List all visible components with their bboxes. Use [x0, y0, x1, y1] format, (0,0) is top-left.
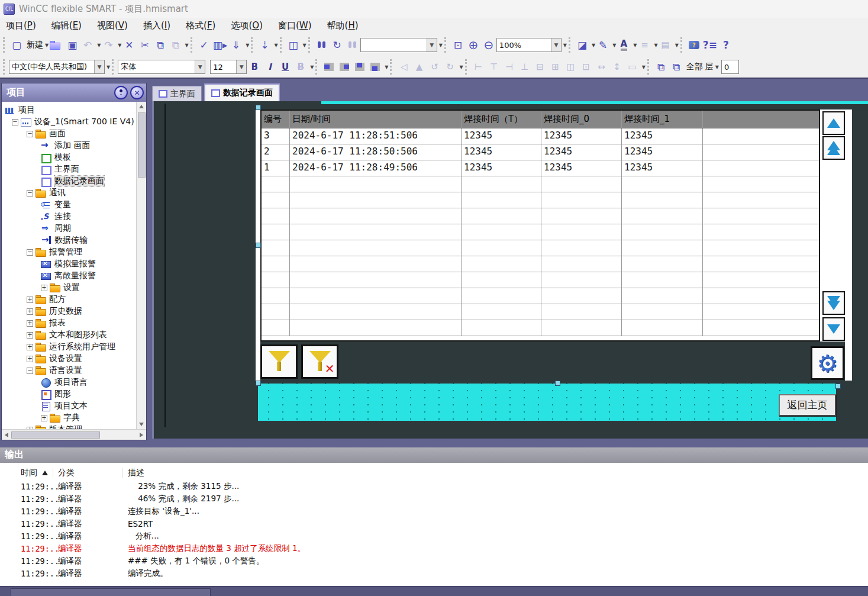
menu-options[interactable]: 选项(O) — [231, 20, 263, 31]
tree-horizontal-scrollbar[interactable] — [2, 429, 146, 440]
search-input[interactable]: ▼ — [360, 38, 437, 52]
menu-format[interactable]: 格式(F) — [186, 20, 215, 31]
zoom-select[interactable]: 100% ▼ — [496, 38, 562, 52]
tree-item-main-screen[interactable]: 主界面 — [2, 163, 136, 175]
tree-item-alarm-settings[interactable]: 设置 — [2, 282, 136, 294]
italic-button[interactable]: I — [262, 59, 277, 75]
align-left-edges-icon[interactable]: ⊢ — [471, 59, 486, 75]
menu-project[interactable]: 项目(P) — [6, 20, 36, 31]
tree-item-screens-folder[interactable]: 画面 — [2, 128, 136, 140]
clear-filter-button[interactable]: ✕ — [301, 344, 338, 379]
screen-editor-canvas[interactable]: 编号 日期/时间 焊接时间（T） 焊接时间_0 焊接时间_1 3 2024-6-… — [152, 101, 868, 439]
transfer-caret[interactable]: ▼ — [246, 43, 249, 48]
redo-icon[interactable]: ↷ — [101, 37, 116, 53]
tree-item-tags[interactable]: 变量 — [2, 199, 136, 211]
selection-handle[interactable] — [555, 381, 560, 386]
scroll-down-button[interactable] — [822, 317, 845, 341]
distribute-h-icon[interactable]: ◫ — [563, 59, 579, 75]
align-center-v-icon[interactable]: ⊤ — [486, 59, 502, 75]
find-in-project-icon[interactable]: ◫ — [286, 37, 301, 53]
tree-item-version-management[interactable]: 版本管理 — [2, 424, 136, 429]
collapse-toggle[interactable] — [12, 119, 18, 125]
language-caret[interactable]: ▼ — [107, 65, 110, 70]
font-color-icon[interactable]: A — [616, 37, 631, 53]
scroll-down-icon[interactable] — [139, 423, 144, 426]
collapse-toggle[interactable] — [27, 249, 33, 256]
tree-item-text-graphic-lists[interactable]: 文本和图形列表 — [2, 329, 136, 341]
flip-horizontal-icon[interactable]: ◁ — [396, 59, 411, 75]
search-dropdown[interactable]: ▼ — [427, 38, 437, 51]
rotate-caret[interactable]: ▼ — [459, 65, 463, 70]
tree-item-communication[interactable]: 通讯 — [2, 187, 136, 199]
expand-toggle[interactable] — [27, 356, 33, 362]
tree-item-recipes[interactable]: 配方 — [2, 294, 136, 305]
tree-item-project-texts[interactable]: 项目文本 — [2, 400, 136, 412]
zoom-dropdown[interactable]: ▼ — [551, 38, 561, 51]
scroll-up-button[interactable] — [822, 111, 845, 135]
transfer-settings-caret[interactable]: ▼ — [274, 43, 277, 48]
help-icon[interactable]: ? — [718, 37, 734, 53]
layers-all-label[interactable]: 全部 — [686, 62, 703, 72]
scroll-right-icon[interactable] — [140, 433, 143, 437]
output-row[interactable]: 11:29:... 编译器 分析... — [0, 530, 868, 542]
output-row[interactable]: 11:29:... 编译器 ### 失败，有 1 个错误，0 个警告。 — [0, 555, 868, 567]
output-row[interactable]: 11:29:... 编译器 46% 完成，剩余 2197 步... — [0, 492, 868, 505]
transfer-icon[interactable]: ⇓ — [228, 37, 244, 53]
tree-item-project-root[interactable]: 项目 — [2, 104, 136, 116]
tree-item-device-settings[interactable]: 设备设置 — [2, 353, 136, 365]
pin-icon[interactable] — [114, 86, 128, 99]
selection-handle[interactable] — [256, 243, 261, 248]
tree-item-graphics[interactable]: 图形 — [2, 388, 136, 400]
tree-vertical-scrollbar[interactable] — [136, 102, 146, 429]
transfer-settings-icon[interactable]: ⇣ — [257, 37, 272, 53]
font-size-dropdown[interactable]: ▼ — [236, 60, 246, 73]
distribute-v-icon[interactable]: ⊡ — [579, 59, 594, 75]
find-next-icon[interactable] — [345, 37, 360, 53]
pen-color-icon[interactable]: ✎ — [595, 37, 611, 53]
column-category[interactable]: 分类 — [53, 468, 123, 478]
zoom-area-icon[interactable]: ⊡ — [450, 37, 466, 53]
save-icon[interactable]: ▣ — [64, 37, 80, 53]
selection-handle[interactable] — [256, 105, 261, 110]
tree-item-data-transfer[interactable]: 数据传输 — [2, 234, 136, 246]
menu-window[interactable]: 窗口(W) — [278, 20, 312, 31]
close-icon[interactable]: ✕ — [130, 86, 144, 99]
arrange-caret[interactable]: ▼ — [642, 65, 646, 70]
language-select[interactable]: 中文(中华人民共和国) ▼ — [9, 60, 105, 74]
collapse-toggle[interactable] — [27, 131, 33, 137]
output-row[interactable]: 11:29:... 编译器 编译完成。 — [0, 567, 868, 579]
back-home-button[interactable]: 返回主页 — [779, 394, 836, 416]
menu-help[interactable]: 帮助(H) — [327, 20, 359, 31]
tab-main-screen[interactable]: 主界面 — [152, 86, 202, 101]
expand-toggle[interactable] — [41, 285, 47, 291]
align-top-left-icon[interactable] — [321, 59, 337, 75]
generate-icon[interactable]: ▥▸ — [212, 37, 229, 53]
line-width-caret[interactable]: ▼ — [675, 43, 679, 48]
check-consistency-icon[interactable]: ✓ — [196, 37, 212, 53]
position-caret[interactable]: ▼ — [385, 65, 388, 70]
bring-forward-icon[interactable]: ⧉ — [653, 59, 669, 75]
expand-toggle[interactable] — [41, 415, 47, 421]
format-caret[interactable]: ▼ — [310, 65, 314, 70]
tree-item-add-screen[interactable]: 添加 画面 — [2, 140, 136, 152]
language-dropdown[interactable]: ▼ — [94, 60, 104, 73]
line-width-icon[interactable]: ▤ — [658, 37, 673, 53]
layers-label[interactable]: 层 — [705, 62, 714, 72]
zoom-caret[interactable]: ▼ — [563, 43, 567, 48]
scroll-up-icon[interactable] — [139, 105, 144, 108]
align-center-icon[interactable] — [352, 59, 367, 75]
tree-item-connections[interactable]: 连接 — [2, 211, 136, 223]
hmi-screen-background[interactable]: 返回主页 — [258, 384, 836, 421]
align-bottom-icon[interactable] — [367, 59, 383, 75]
expand-toggle[interactable] — [27, 308, 33, 315]
underline-button[interactable]: U — [277, 59, 293, 75]
paste-icon[interactable]: ⧉ — [167, 37, 183, 53]
tree-item-datalog-screen[interactable]: 数据记录画面 — [2, 175, 136, 187]
layers-caret[interactable]: ▼ — [715, 65, 719, 70]
scroll-thumb[interactable] — [11, 431, 100, 439]
same-width-icon[interactable]: ↔ — [594, 59, 609, 75]
find-icon[interactable] — [314, 37, 330, 53]
send-backward-icon[interactable]: ⧉ — [669, 59, 684, 75]
copy-icon[interactable]: ⧉ — [152, 37, 167, 53]
tree-item-analog-alarms[interactable]: 模拟量报警 — [2, 258, 136, 270]
